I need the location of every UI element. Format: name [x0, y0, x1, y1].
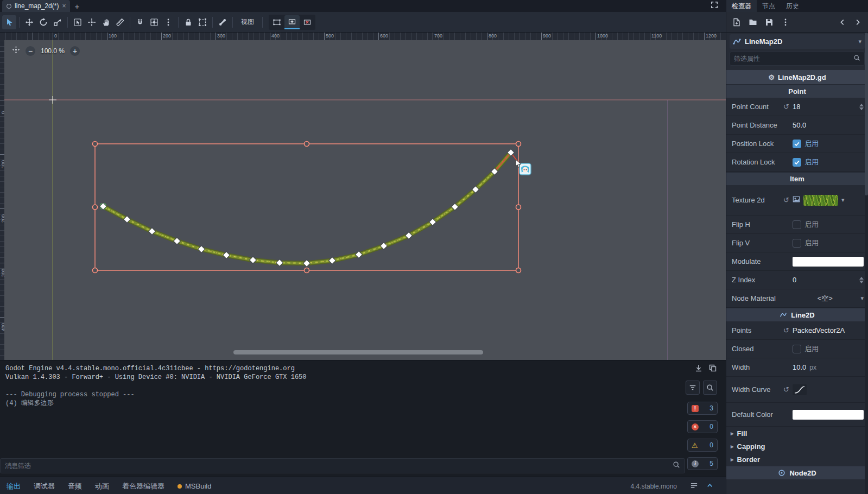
inspector-scrollbar[interactable] — [865, 33, 868, 494]
view-menu-button[interactable]: 视图 — [236, 15, 259, 29]
save-resource-button[interactable] — [762, 15, 776, 29]
closed-checkbox[interactable] — [793, 345, 801, 353]
property-label: Flip V — [732, 239, 750, 247]
history-back-icon[interactable] — [835, 15, 850, 29]
error-x-filter-badge[interactable]: × 0 — [687, 420, 718, 433]
load-resource-button[interactable] — [746, 15, 760, 29]
lock-button[interactable] — [181, 15, 195, 29]
tab-output[interactable]: 输出 — [7, 482, 21, 491]
zoom-out-button[interactable]: − — [26, 46, 35, 56]
delete-points-button[interactable] — [300, 15, 315, 29]
property-filter-input[interactable] — [734, 55, 853, 62]
spinner-icon[interactable] — [859, 277, 864, 283]
scroll-to-bottom-icon[interactable] — [694, 364, 703, 375]
toggle-console-icon[interactable] — [690, 482, 698, 491]
section-node2d[interactable]: Node2D — [726, 466, 868, 479]
skeleton-options-button[interactable] — [216, 15, 230, 29]
message-filter-input[interactable] — [5, 462, 673, 470]
selection-handle[interactable] — [305, 142, 309, 147]
selection-handle[interactable] — [516, 205, 521, 210]
width-curve-field[interactable] — [793, 384, 864, 395]
spinner-icon[interactable] — [859, 104, 864, 110]
selection-handle[interactable] — [93, 142, 98, 147]
zoom-level[interactable]: 100.0 % — [41, 47, 65, 55]
tab-node[interactable]: 节点 — [757, 0, 781, 12]
revert-icon[interactable]: ↺ — [783, 326, 789, 334]
group-button[interactable] — [195, 15, 210, 29]
tab-msbuild[interactable]: MSBuild — [178, 482, 211, 490]
chevron-down-icon[interactable]: ▾ — [841, 197, 845, 204]
warning-filter-badge[interactable]: ⚠ 0 — [687, 439, 718, 452]
texture-2d-field[interactable]: ▾ — [793, 195, 864, 206]
grass-texture-preview[interactable] — [803, 195, 838, 206]
selection-handle[interactable] — [516, 142, 521, 147]
list-select-tool-button[interactable] — [71, 15, 85, 29]
group-border[interactable]: ▸ Border — [726, 453, 868, 466]
selection-handle[interactable] — [516, 268, 521, 273]
select-tool-button[interactable] — [2, 15, 16, 29]
revert-icon[interactable]: ↺ — [783, 196, 789, 204]
curve-preview[interactable] — [793, 384, 807, 395]
tab-debugger[interactable]: 调试器 — [34, 482, 55, 491]
close-tab-icon[interactable]: × — [62, 2, 66, 10]
horizontal-scrollbar[interactable] — [233, 350, 483, 354]
zoom-in-button[interactable]: + — [70, 46, 80, 56]
info-filter-badge[interactable]: i 5 — [687, 457, 718, 470]
collapse-filter-icon[interactable] — [686, 381, 700, 395]
revert-icon[interactable]: ↺ — [783, 103, 789, 111]
scene-drawing[interactable] — [4, 40, 726, 360]
tab-history[interactable]: 历史 — [781, 0, 804, 12]
history-forward-icon[interactable] — [851, 15, 865, 29]
smart-snap-button[interactable] — [133, 15, 147, 29]
modulate-color-swatch[interactable] — [793, 257, 864, 267]
group-capping[interactable]: ▸ Capping — [726, 440, 868, 453]
tab-animation[interactable]: 动画 — [95, 482, 109, 491]
section-line2d[interactable]: Line2D — [726, 308, 868, 321]
expand-window-icon[interactable] — [711, 1, 718, 11]
rotation-lock-checkbox[interactable] — [793, 158, 801, 167]
resource-options-icon[interactable] — [778, 15, 793, 29]
script-section-header[interactable]: ⚙ LineMap2D.gd — [726, 70, 868, 84]
tab-inspector[interactable]: 检查器 — [726, 0, 757, 12]
center-view-icon[interactable] — [12, 46, 20, 56]
error-filter-badge[interactable]: ! 3 — [687, 402, 718, 415]
group-fill[interactable]: ▸ Fill — [726, 427, 868, 440]
new-scene-tab-button[interactable]: + — [70, 2, 84, 11]
move-tool-button[interactable] — [22, 15, 36, 29]
points-field[interactable]: PackedVector2A — [793, 326, 864, 334]
default-color-swatch[interactable] — [793, 410, 864, 420]
revert-icon[interactable]: ↺ — [783, 385, 789, 394]
node-material-dropdown[interactable]: <空> ▾ — [793, 294, 864, 303]
tab-shader-editor[interactable]: 着色器编辑器 — [122, 482, 164, 491]
width-field[interactable]: 10.0 px — [793, 363, 864, 371]
position-lock-checkbox[interactable] — [793, 140, 801, 148]
scene-tab[interactable]: line_map_2d(*) × — [2, 0, 70, 12]
ruler-tool-button[interactable] — [113, 15, 127, 29]
flip-h-checkbox[interactable] — [793, 220, 801, 229]
point-count-field[interactable]: 18 — [793, 103, 864, 111]
scene-canvas[interactable]: − 100.0 % + — [4, 40, 726, 360]
move-points-button[interactable] — [269, 15, 284, 29]
flip-v-checkbox[interactable] — [793, 239, 801, 248]
copy-log-icon[interactable] — [708, 364, 717, 375]
new-resource-button[interactable] — [730, 15, 744, 29]
point-distance-field[interactable]: 50.0 — [793, 121, 864, 129]
add-points-button[interactable] — [284, 15, 300, 29]
snap-options-icon[interactable] — [161, 15, 175, 29]
expand-bottom-panel-icon[interactable] — [706, 482, 714, 491]
rotate-tool-button[interactable] — [36, 15, 50, 29]
z-index-field[interactable]: 0 — [793, 276, 864, 284]
grid-snap-button[interactable] — [147, 15, 161, 29]
edited-node-selector[interactable]: LineMap2D ▾ — [730, 34, 865, 49]
category-item[interactable]: Item — [726, 173, 868, 185]
selection-handle[interactable] — [305, 268, 309, 273]
search-log-icon[interactable] — [703, 381, 717, 395]
pivot-tool-button[interactable] — [85, 15, 99, 29]
category-point[interactable]: Point — [726, 85, 868, 98]
selection-handle[interactable] — [93, 268, 98, 273]
pan-tool-button[interactable] — [99, 15, 113, 29]
scale-tool-button[interactable] — [50, 15, 65, 29]
tab-audio[interactable]: 音频 — [68, 482, 82, 491]
selection-handle[interactable] — [93, 205, 98, 210]
chevron-down-icon: ▾ — [858, 38, 861, 45]
